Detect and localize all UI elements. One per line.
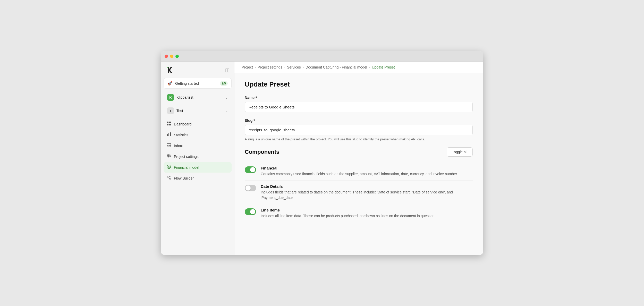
org-avatar-klippa: K (167, 94, 174, 101)
org-avatar-test: T (167, 107, 174, 114)
klippa-logo (166, 66, 173, 74)
app-layout: ◫ 🚀 Getting started 2/5 K Klippa test ⌄ … (161, 62, 483, 255)
breadcrumb-project[interactable]: Project (242, 65, 253, 69)
date-details-info: Date Details Includes fields that are re… (261, 184, 473, 200)
sidebar-logo-row: ◫ (161, 65, 234, 78)
svg-rect-4 (169, 124, 171, 125)
component-row-financial: Financial Contains commonly used financi… (245, 162, 473, 180)
date-details-toggle-track (245, 185, 256, 191)
sidebar-item-label-financial-model: Financial model (174, 165, 199, 169)
flow-builder-icon (167, 175, 171, 181)
svg-rect-12 (170, 176, 171, 177)
close-button[interactable] (165, 55, 168, 58)
sidebar-item-label-flow-builder: Flow Builder (174, 176, 194, 180)
breadcrumb-services[interactable]: Services (287, 65, 301, 69)
svg-text:$: $ (168, 166, 170, 168)
svg-rect-6 (168, 133, 169, 136)
slug-form-group: Slug * A slug is a unique name of the pr… (245, 118, 473, 141)
date-details-toggle-knob (245, 185, 251, 191)
name-input[interactable] (245, 102, 473, 112)
slug-input[interactable] (245, 125, 473, 135)
components-header: Components Toggle all (245, 147, 473, 157)
app-window: ◫ 🚀 Getting started 2/5 K Klippa test ⌄ … (161, 51, 483, 255)
slug-label: Slug * (245, 118, 473, 123)
dashboard-icon (167, 121, 171, 127)
getting-started-badge: 2/5 (220, 81, 228, 86)
sidebar-item-label-dashboard: Dashboard (174, 122, 192, 126)
svg-rect-2 (169, 122, 171, 123)
date-details-desc: Includes fields that are related to date… (261, 190, 473, 200)
financial-toggle-knob (250, 167, 255, 172)
breadcrumb-sep-3: › (303, 65, 304, 69)
sidebar-item-label-inbox: Inbox (174, 144, 183, 148)
sidebar-item-financial-model[interactable]: $ Financial model (164, 162, 232, 173)
line-items-name: Line Items (261, 208, 473, 212)
svg-point-0 (167, 67, 168, 68)
svg-rect-13 (170, 178, 171, 179)
svg-rect-11 (167, 177, 168, 178)
svg-rect-1 (167, 122, 168, 123)
financial-model-icon: $ (167, 165, 171, 170)
line-items-toggle-knob (250, 209, 255, 214)
chevron-down-icon-2: ⌄ (225, 109, 228, 113)
svg-rect-5 (167, 134, 168, 136)
date-details-toggle[interactable] (245, 185, 256, 191)
name-form-group: Name * (245, 96, 473, 112)
sidebar-nav: Dashboard Statistics (161, 119, 234, 183)
financial-desc: Contains commonly used financial fields … (261, 171, 473, 177)
slug-hint: A slug is a unique name of the preset wi… (245, 137, 473, 141)
sidebar: ◫ 🚀 Getting started 2/5 K Klippa test ⌄ … (161, 62, 234, 255)
breadcrumb-sep-4: › (369, 65, 370, 69)
line-items-toggle-track (245, 208, 256, 215)
line-items-toggle[interactable] (245, 208, 256, 215)
breadcrumb-sep-2: › (284, 65, 285, 69)
breadcrumb: Project › Project settings › Services › … (234, 62, 483, 73)
page-body: Update Preset Name * Slug * A slug is a … (234, 73, 483, 255)
breadcrumb-sep-1: › (255, 65, 256, 69)
org-name-test: Test (176, 109, 223, 113)
main-content: Project › Project settings › Services › … (234, 62, 483, 255)
org-name-klippa: Klippa test (176, 95, 223, 99)
titlebar (161, 51, 483, 62)
breadcrumb-update-preset: Update Preset (372, 65, 395, 69)
svg-rect-7 (170, 132, 171, 136)
name-label: Name * (245, 96, 473, 100)
financial-toggle[interactable] (245, 166, 256, 173)
org-row-test[interactable]: T Test ⌄ (164, 105, 232, 116)
svg-rect-3 (167, 124, 168, 125)
date-details-name: Date Details (261, 184, 473, 189)
sidebar-toggle-icon[interactable]: ◫ (225, 67, 230, 73)
financial-name: Financial (261, 166, 473, 170)
sidebar-item-dashboard[interactable]: Dashboard (164, 119, 232, 129)
line-items-info: Line Items Includes all line item data. … (261, 208, 473, 219)
inbox-icon (167, 143, 171, 149)
getting-started-row[interactable]: 🚀 Getting started 2/5 (164, 78, 232, 89)
component-row-line-items: Line Items Includes all line item data. … (245, 204, 473, 222)
sidebar-item-flow-builder[interactable]: Flow Builder (164, 173, 232, 183)
breadcrumb-document-capturing[interactable]: Document Capturing - Financial model (306, 65, 367, 69)
sidebar-item-statistics[interactable]: Statistics (164, 130, 232, 140)
getting-started-icon: 🚀 (167, 81, 173, 86)
sidebar-item-label-project-settings: Project settings (174, 155, 199, 159)
svg-point-8 (168, 155, 170, 157)
financial-info: Financial Contains commonly used financi… (261, 166, 473, 177)
sidebar-item-label-statistics: Statistics (174, 133, 188, 137)
components-title: Components (245, 149, 279, 155)
maximize-button[interactable] (175, 55, 179, 58)
breadcrumb-project-settings[interactable]: Project settings (258, 65, 282, 69)
financial-toggle-track (245, 166, 256, 173)
org-row-klippa[interactable]: K Klippa test ⌄ (164, 92, 232, 103)
settings-icon (167, 154, 171, 159)
getting-started-label: Getting started (175, 81, 217, 86)
component-row-date-details: Date Details Includes fields that are re… (245, 180, 473, 204)
sidebar-item-project-settings[interactable]: Project settings (164, 151, 232, 162)
sidebar-item-inbox[interactable]: Inbox (164, 141, 232, 151)
statistics-icon (167, 132, 171, 138)
minimize-button[interactable] (170, 55, 173, 58)
chevron-down-icon: ⌄ (225, 96, 228, 99)
page-title: Update Preset (245, 80, 473, 88)
toggle-all-button[interactable]: Toggle all (447, 147, 473, 157)
line-items-desc: Includes all line item data. These can b… (261, 213, 473, 219)
